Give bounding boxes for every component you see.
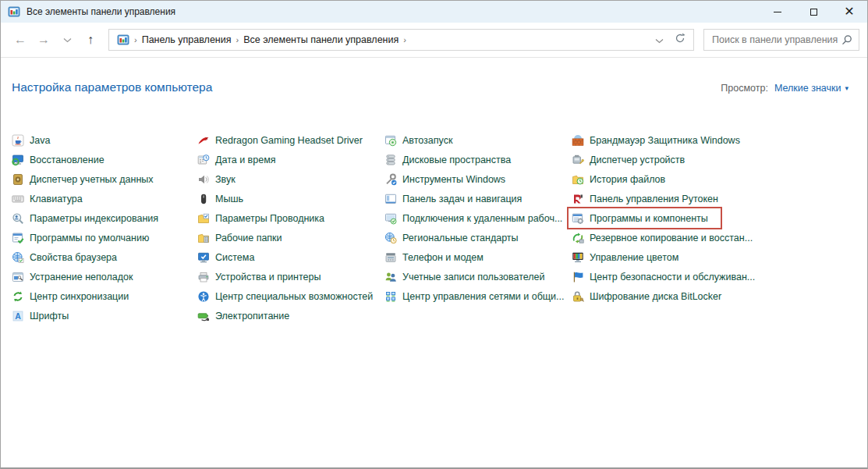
view-value: Мелкие значки (774, 83, 841, 94)
taskbar-navigation-icon (384, 193, 397, 205)
up-button[interactable]: ↑ (79, 33, 102, 47)
items-column-4: Брандмауэр Защитника WindowsДиспетчер ус… (572, 130, 761, 325)
item-label: Мышь (215, 194, 243, 204)
item-device-manager[interactable]: Диспетчер устройств (572, 150, 685, 169)
minimize-button[interactable] (760, 1, 795, 23)
item-programs-features[interactable]: Программы и компоненты (572, 208, 708, 228)
autoplay-icon (384, 134, 397, 147)
item-fonts[interactable]: AШрифты (12, 306, 69, 325)
keyboard-icon (12, 193, 24, 205)
item-label: Телефон и модем (402, 252, 484, 263)
item-remote-desktop[interactable]: Подключения к удаленным рабоч... (384, 208, 562, 228)
programs-features-icon (572, 212, 584, 225)
sync-center-icon (12, 290, 24, 303)
devices-printers-icon (197, 271, 210, 283)
mouse-icon (197, 193, 210, 205)
address-dropdown-button[interactable] (655, 33, 664, 47)
refresh-icon (675, 33, 686, 44)
item-internet-options[interactable]: Свойства браузера (12, 247, 117, 267)
item-label: Звук (215, 174, 236, 185)
breadcrumb-all-items[interactable]: Все элементы панели управления (240, 34, 402, 45)
svg-text:A: A (15, 311, 21, 321)
search-box[interactable] (703, 29, 859, 51)
window-title: Все элементы панели управления (27, 6, 175, 17)
item-sound[interactable]: Звук (197, 169, 236, 189)
item-ease-of-access[interactable]: Центр специальных возможностей (197, 286, 373, 306)
item-label: Рабочие папки (215, 233, 282, 243)
item-phone-modem[interactable]: Телефон и модем (384, 247, 484, 267)
item-label: Дата и время (215, 155, 276, 165)
recovery-icon (12, 154, 24, 166)
storage-spaces-icon (384, 154, 397, 166)
item-label: Клавиатура (30, 194, 83, 204)
item-keyboard[interactable]: Клавиатура (12, 189, 83, 208)
maximize-button[interactable] (795, 1, 831, 23)
network-sharing-icon (384, 290, 397, 303)
bitlocker-icon (572, 290, 584, 303)
item-label: Система (215, 252, 254, 263)
region-icon (384, 232, 397, 244)
item-system[interactable]: Система (197, 247, 254, 267)
sound-icon (197, 173, 210, 186)
item-label: Панель задач и навигация (402, 194, 522, 204)
item-mouse[interactable]: Мышь (197, 189, 243, 208)
items-column-1: JavaВосстановлениеДиспетчер учетных данн… (12, 130, 197, 325)
item-file-history[interactable]: История файлов (572, 169, 665, 189)
item-java[interactable]: Java (12, 130, 50, 150)
item-security-maintenance[interactable]: Центр безопасности и обслуживан... (572, 267, 755, 286)
breadcrumb-control-panel[interactable]: Панель управления (139, 34, 235, 45)
backup-restore-icon (572, 232, 584, 244)
item-rutoken[interactable]: Панель управления Рутокен (572, 189, 718, 208)
item-explorer-options[interactable]: Параметры Проводника (197, 208, 324, 228)
item-bitlocker[interactable]: Шифрование диска BitLocker (572, 286, 721, 306)
back-button[interactable]: ← (9, 33, 32, 47)
item-troubleshooting[interactable]: Устранение неполадок (12, 267, 133, 286)
item-redragon[interactable]: Redragon Gaming Headset Driver (197, 130, 363, 150)
recent-pages-button[interactable] (55, 37, 79, 43)
item-backup-restore[interactable]: Резервное копирование и восстан... (572, 228, 753, 247)
item-label: Учетные записи пользователей (402, 272, 545, 282)
item-user-accounts[interactable]: Учетные записи пользователей (384, 267, 545, 286)
item-label: Шифрование диска BitLocker (590, 291, 721, 302)
close-button[interactable]: ✕ (831, 1, 867, 23)
fonts-icon: A (12, 310, 24, 322)
item-color-management[interactable]: Управление цветом (572, 247, 678, 267)
close-icon: ✕ (844, 5, 854, 18)
file-history-icon (572, 173, 584, 186)
item-credential-manager[interactable]: Диспетчер учетных данных (12, 169, 154, 189)
control-panel-icon (8, 5, 20, 18)
indexing-options-icon (12, 212, 24, 225)
windows-tools-icon (384, 173, 397, 186)
rutoken-icon (572, 193, 584, 205)
items-column-2: Redragon Gaming Headset DriverДата и вре… (197, 130, 384, 325)
color-management-icon (572, 251, 584, 264)
item-windows-firewall[interactable]: Брандмауэр Защитника Windows (572, 130, 740, 150)
item-power-options[interactable]: Электропитание (197, 306, 289, 325)
item-indexing-options[interactable]: Параметры индексирования (12, 208, 158, 228)
item-sync-center[interactable]: Центр синхронизации (12, 286, 129, 306)
item-default-programs[interactable]: Программы по умолчанию (12, 228, 149, 247)
item-taskbar-navigation[interactable]: Панель задач и навигация (384, 189, 522, 208)
search-input[interactable] (710, 34, 841, 46)
item-date-time[interactable]: Дата и время (197, 150, 276, 169)
item-work-folders[interactable]: Рабочие папки (197, 228, 282, 247)
item-region[interactable]: Региональные стандарты (384, 228, 519, 247)
item-devices-printers[interactable]: Устройства и принтеры (197, 267, 321, 286)
credential-manager-icon (12, 173, 24, 186)
item-autoplay[interactable]: Автозапуск (384, 130, 452, 150)
items-column-3: АвтозапускДисковые пространстваИнструмен… (384, 130, 572, 325)
java-icon (12, 134, 24, 147)
chevron-down-icon (63, 37, 72, 43)
item-recovery[interactable]: Восстановление (12, 150, 105, 169)
item-storage-spaces[interactable]: Дисковые пространства (384, 150, 511, 169)
item-label: Дисковые пространства (402, 155, 511, 165)
refresh-button[interactable] (675, 33, 686, 47)
control-panel-icon (117, 34, 129, 46)
view-selector[interactable]: Мелкие значки ▾ (774, 83, 849, 94)
forward-button[interactable]: → (32, 33, 55, 47)
item-label: Параметры индексирования (30, 213, 158, 224)
item-network-sharing[interactable]: Центр управления сетями и общи... (384, 286, 564, 306)
address-bar[interactable]: › Панель управления › Все элементы панел… (108, 29, 694, 51)
item-windows-tools[interactable]: Инструменты Windows (384, 169, 505, 189)
breadcrumb-chevron: › (402, 35, 408, 44)
